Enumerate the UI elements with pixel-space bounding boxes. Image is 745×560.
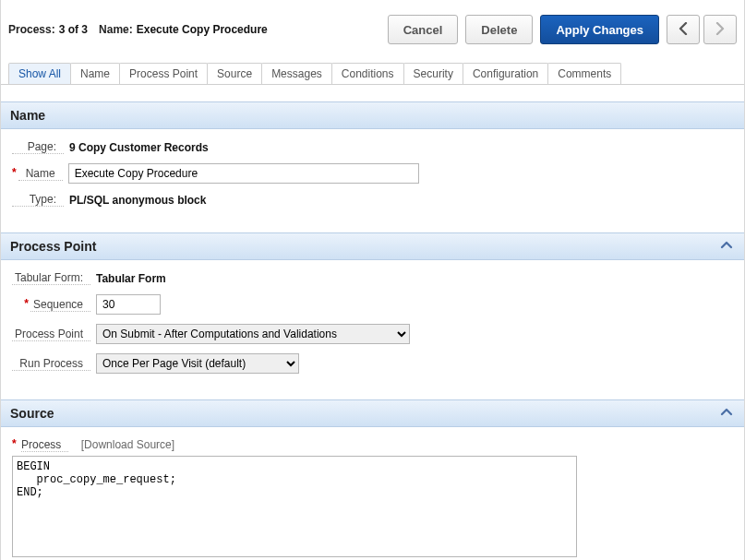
type-value: PL/SQL anonymous block (69, 194, 206, 207)
tab-configuration[interactable]: Configuration (463, 63, 548, 84)
name-input[interactable] (68, 163, 419, 184)
chevron-left-icon (678, 22, 689, 38)
tab-process-point[interactable]: Process Point (119, 63, 208, 84)
section-pp-body: Tabular Form: Tabular Form * Sequence Pr… (1, 260, 744, 399)
chevron-up-icon (720, 240, 733, 255)
tab-show-all[interactable]: Show All (8, 63, 71, 84)
delete-button[interactable]: Delete (465, 15, 533, 44)
tab-conditions[interactable]: Conditions (331, 63, 404, 84)
download-source-link[interactable]: [Download Source] (81, 438, 174, 451)
chevron-up-icon (720, 407, 733, 422)
type-label: Type: (12, 193, 64, 207)
chevron-right-icon (715, 22, 726, 38)
required-marker: * (12, 166, 17, 179)
page-label: Page: (12, 140, 64, 154)
section-pp-header: Process Point (1, 232, 744, 260)
breadcrumb: Process: 3 of 3 Name: Execute Copy Proce… (8, 23, 268, 36)
collapse-pp-button[interactable] (720, 239, 735, 254)
tab-name[interactable]: Name (70, 63, 120, 84)
cancel-button[interactable]: Cancel (388, 15, 459, 44)
section-source-title: Source (10, 406, 54, 421)
section-name-header: Name (1, 101, 744, 129)
page-value: 9 Copy Customer Records (69, 141, 209, 154)
required-marker: * (24, 297, 29, 310)
tabs-bar: Show All Name Process Point Source Messa… (1, 63, 744, 85)
run-process-label: Run Process (12, 357, 90, 371)
tabform-value: Tabular Form (96, 272, 166, 285)
section-pp-title: Process Point (10, 239, 96, 254)
tab-security[interactable]: Security (403, 63, 463, 84)
process-value: 3 of 3 (59, 23, 88, 36)
process-point-label: Process Point (12, 328, 90, 341)
sequence-label: Sequence (30, 298, 90, 312)
required-marker: * (12, 437, 17, 450)
section-source-header: Source (1, 399, 744, 427)
name-field-label: Name (18, 167, 63, 181)
section-source-body: * Process [Download Source] (1, 427, 744, 560)
process-code-label: Process (21, 438, 68, 452)
sequence-input[interactable] (96, 294, 161, 315)
process-label: Process: (8, 23, 55, 36)
tab-messages[interactable]: Messages (261, 63, 332, 84)
source-textarea[interactable] (12, 456, 577, 557)
collapse-source-button[interactable] (720, 406, 735, 421)
name-label: Name: (99, 23, 133, 36)
run-process-select[interactable]: Once Per Page Visit (default) (96, 353, 299, 374)
next-button[interactable] (703, 15, 737, 44)
prev-button[interactable] (667, 15, 700, 44)
section-name-title: Name (10, 108, 45, 123)
tab-comments[interactable]: Comments (547, 63, 621, 84)
process-point-select[interactable]: On Submit - After Computations and Valid… (96, 324, 410, 344)
tab-source[interactable]: Source (207, 63, 262, 84)
apply-changes-button[interactable]: Apply Changes (540, 15, 659, 44)
tabform-label: Tabular Form: (12, 271, 90, 285)
name-value: Execute Copy Procedure (137, 23, 268, 36)
section-name-body: Page: 9 Copy Customer Records * Name Typ… (1, 129, 744, 232)
